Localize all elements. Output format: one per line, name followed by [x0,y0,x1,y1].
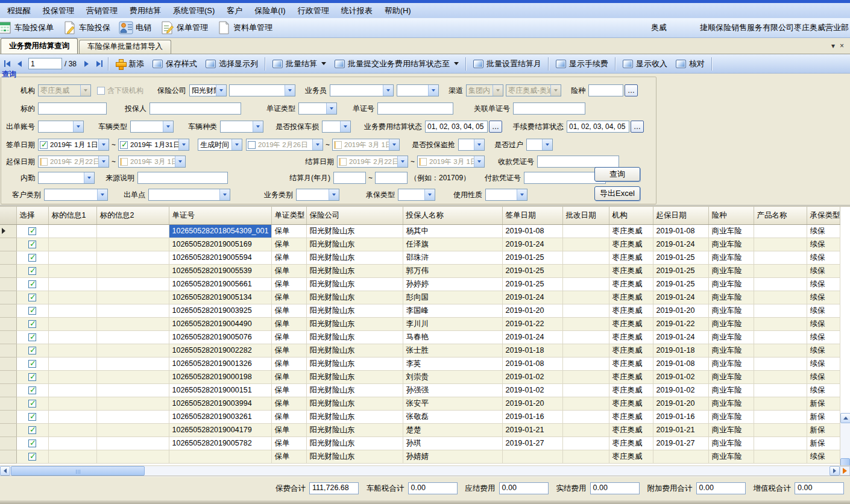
cell-org[interactable]: 枣庄奥威 [609,344,653,357]
toolbar-button-motor-insure[interactable]: 车险投保 [59,19,116,36]
agent-combo[interactable] [330,84,394,96]
cell-coverage-type[interactable]: 续保 [807,450,840,463]
cell-risk-type[interactable]: 商业车险 [708,357,754,370]
scroll-up-button[interactable] [840,413,850,423]
cell-subject-info1[interactable] [48,423,96,436]
cell-sign-date[interactable]: 2019-01-25 [502,251,562,264]
chevron-down-icon[interactable] [97,189,107,200]
cell-sign-date[interactable]: 2019-01-08 [502,224,562,238]
chevron-down-icon[interactable] [98,139,109,150]
previous-page-button[interactable] [13,57,26,71]
cell-risk-type[interactable]: 商业车险 [708,397,754,410]
cell-endorse-date[interactable] [562,383,609,397]
chevron-down-icon[interactable] [493,85,503,96]
chevron-down-icon[interactable] [550,85,561,96]
row-check-cell[interactable] [16,450,48,463]
cell-applicant[interactable]: 孙琪 [403,436,502,450]
row-checkbox[interactable] [28,413,36,421]
cell-insurer[interactable]: 阳光财险山东 [306,251,403,264]
cell-org[interactable]: 枣庄奥威 [609,251,653,264]
sign-date-to-picker[interactable]: 2019年 1月31日 [118,139,189,151]
horizontal-scroll-thumb[interactable] [11,466,145,476]
gen-time-combo[interactable]: 生成时间 [198,139,242,151]
row-selector-cell[interactable] [0,397,16,410]
chevron-down-icon[interactable] [397,156,408,167]
action-button[interactable]: 新添 [112,56,148,71]
row-checkbox[interactable] [28,400,36,408]
action-button[interactable]: 核对 [672,56,709,71]
cell-subject-info2[interactable] [96,224,169,238]
table-row[interactable]: 1026505282019004490 保单 阳光财险山东 李川川 2019-0… [0,317,840,330]
cell-subject-info1[interactable] [48,436,96,450]
chevron-down-icon[interactable] [340,121,350,132]
cell-product[interactable] [754,264,807,277]
cell-subject-info1[interactable] [48,370,96,383]
cell-policy-no[interactable]: 1026505282019005594 [169,251,271,264]
cell-coverage-type[interactable]: 新保 [807,397,840,410]
cell-insurer[interactable]: 阳光财险山东 [306,330,403,344]
tab-close-icon[interactable]: × [840,42,844,50]
table-row[interactable]: 1026505282019000151 保单 阳光财险山东 孙强强 2019-0… [0,383,840,397]
cell-coverage-type[interactable]: 续保 [807,291,840,304]
cell-start-date[interactable]: 2019-01-16 [653,410,708,423]
cell-endorse-date[interactable] [562,224,609,238]
cell-org[interactable]: 枣庄奥威 [609,436,653,450]
table-row[interactable]: 1026505282019000198 保单 阳光财险山东 刘崇贵 2019-0… [0,370,840,383]
cell-start-date[interactable]: 2019-01-20 [653,397,708,410]
date-enabled-checkbox[interactable] [120,141,128,149]
cell-applicant[interactable]: 邵珠浒 [403,251,502,264]
menu-item[interactable]: 行政管理 [292,4,335,18]
menu-item[interactable]: 保险单(I) [248,4,291,18]
chevron-down-icon[interactable] [517,189,527,200]
cell-product[interactable] [754,397,807,410]
cell-product[interactable] [754,357,807,370]
row-checkbox[interactable] [28,267,36,275]
cell-policy-no[interactable]: 1026505282019005134 [169,291,271,304]
cell-applicant[interactable]: 李川川 [403,317,502,330]
cell-coverage-type[interactable]: 新保 [807,436,840,450]
action-button[interactable]: 选择显示列 [201,56,262,71]
scroll-right-button[interactable] [830,466,840,476]
cell-product[interactable] [754,291,807,304]
cell-doc-type[interactable]: 保单 [271,344,306,357]
cell-subject-info2[interactable] [96,330,169,344]
chevron-down-icon[interactable] [326,103,336,114]
cell-sign-date[interactable]: 2019-01-02 [502,383,562,397]
cell-coverage-type[interactable]: 续保 [807,224,840,238]
cell-applicant[interactable]: 张安平 [403,397,502,410]
cell-policy-no[interactable] [169,450,271,463]
row-check-cell[interactable] [16,436,48,450]
menu-item[interactable]: 客户 [221,4,248,18]
row-selector-cell[interactable] [0,317,16,330]
toolbar-button-policy-management[interactable]: 保单管理 [157,19,213,36]
column-header[interactable]: 标的信息2 [96,207,169,224]
cell-subject-info2[interactable] [96,357,169,370]
cell-risk-type[interactable]: 商业车险 [708,291,754,304]
row-checkbox[interactable] [28,227,36,235]
menu-item[interactable]: 统计报表 [335,4,379,18]
insurer-combo[interactable]: 阳光财险 [189,84,227,96]
cell-applicant[interactable]: 张士胜 [403,344,502,357]
table-row[interactable]: 保单 阳光财险山东 孙婧婧 枣庄奥威 商业车险 续保 [0,450,840,463]
row-selector-cell[interactable] [0,264,16,277]
charge-status-picker-button[interactable]: … [631,121,644,133]
cell-sign-date[interactable]: 2019-01-18 [502,344,562,357]
cell-coverage-type[interactable]: 续保 [807,238,840,251]
cell-endorse-date[interactable] [562,304,609,317]
action-button[interactable]: 批量提交业务费用结算状态至 [330,56,463,71]
cell-subject-info1[interactable] [48,304,96,317]
cell-doc-type[interactable]: 保单 [271,251,306,264]
cell-doc-type[interactable]: 保单 [271,397,306,410]
damage-combo[interactable] [322,121,351,133]
cell-subject-info2[interactable] [96,423,169,436]
doc-no-input[interactable] [377,102,453,115]
cell-applicant[interactable]: 任泽旗 [403,238,502,251]
row-checkbox[interactable] [28,333,36,341]
chevron-down-icon[interactable] [389,139,399,150]
row-check-cell[interactable] [16,224,48,238]
cell-sign-date[interactable]: 2019-01-16 [502,410,562,423]
cell-insurer[interactable]: 阳光财险山东 [306,397,403,410]
account-combo[interactable] [38,121,84,133]
cell-doc-type[interactable]: 保单 [271,317,306,330]
chevron-down-icon[interactable] [216,85,226,96]
